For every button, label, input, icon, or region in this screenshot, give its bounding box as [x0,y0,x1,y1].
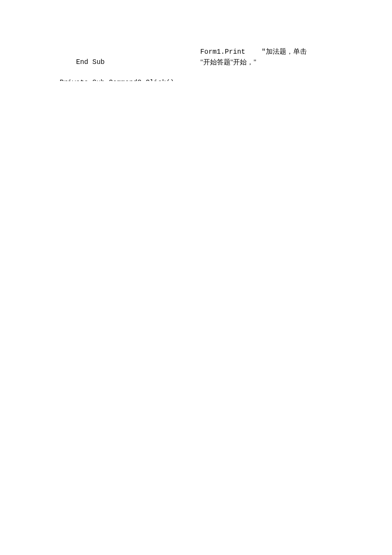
code-line: Form1.Print "加法题，单击 [200,48,307,56]
code-line: Private Sub Command2_Click() End End Sub [60,79,174,81]
code-line: "开始答题"开始，" [200,58,257,66]
code-left-column: End Sub Private Sub Command2_Click() End… [60,47,196,81]
code-line: End Sub [76,58,104,66]
code-right-column: Form1.Print "加法题，单击 "开始答题"开始，" End Sub [200,47,371,81]
